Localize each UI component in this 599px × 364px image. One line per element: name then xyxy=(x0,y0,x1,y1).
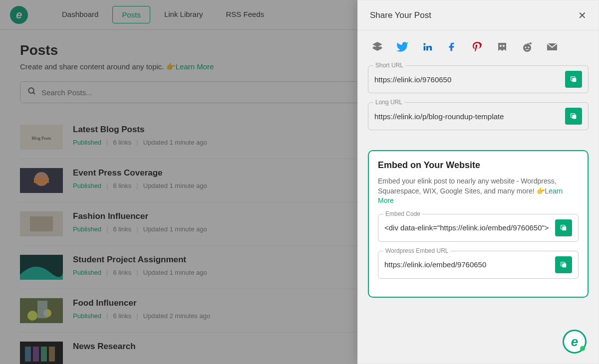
long-url-label: Long URL xyxy=(373,99,404,106)
embed-title: Embed on Your Website xyxy=(378,160,579,171)
svg-rect-30 xyxy=(562,226,566,230)
short-url-value[interactable]: https://elink.io/9760650 xyxy=(374,75,561,84)
svg-point-19 xyxy=(500,45,502,47)
embed-card: Embed on Your Website Embed your elink p… xyxy=(368,150,589,298)
social-share-row xyxy=(368,40,589,53)
short-url-field: Short URL https://elink.io/9760650 xyxy=(368,65,589,93)
copy-long-url-button[interactable] xyxy=(565,108,582,125)
copy-short-url-button[interactable] xyxy=(565,71,582,88)
svg-line-25 xyxy=(527,43,530,44)
share-panel: Share Your Post ✕ Short URL https://elin… xyxy=(357,0,599,364)
embed-description: Embed your elink post to nearly any webs… xyxy=(378,177,579,206)
embed-code-label: Embed Code xyxy=(383,210,422,217)
copy-wordpress-url-button[interactable] xyxy=(555,256,572,273)
copy-embed-code-button[interactable] xyxy=(555,219,572,236)
help-widget[interactable]: e xyxy=(563,330,587,354)
svg-point-21 xyxy=(523,44,531,52)
pinterest-icon[interactable] xyxy=(471,40,484,53)
close-icon[interactable]: ✕ xyxy=(578,9,587,21)
wordpress-url-label: Wordpress Embed URL xyxy=(383,247,451,254)
wordpress-url-field: Wordpress Embed URL https://elink.io/emb… xyxy=(378,251,579,279)
panel-title: Share Your Post xyxy=(370,10,431,20)
wordpress-url-value[interactable]: https://elink.io/embed/9760650 xyxy=(384,260,551,269)
linkedin-icon[interactable] xyxy=(421,40,434,53)
svg-point-20 xyxy=(503,45,505,47)
svg-rect-28 xyxy=(572,115,576,119)
svg-point-23 xyxy=(528,47,530,48)
modal-overlay[interactable] xyxy=(0,0,357,364)
pointer-icon: 👉 xyxy=(537,186,545,196)
email-icon[interactable] xyxy=(546,40,559,53)
twitter-icon[interactable] xyxy=(396,40,409,53)
reddit-icon[interactable] xyxy=(521,40,534,53)
facebook-icon[interactable] xyxy=(446,40,459,53)
buffer-icon[interactable] xyxy=(371,40,384,53)
long-url-field: Long URL https://elink.io/p/blog-roundup… xyxy=(368,102,589,130)
short-url-label: Short URL xyxy=(373,62,405,69)
svg-rect-26 xyxy=(572,78,576,82)
long-url-value[interactable]: https://elink.io/p/blog-roundup-template xyxy=(374,112,561,121)
svg-rect-32 xyxy=(562,263,566,267)
embed-code-field: Embed Code <div data-elink="https://elin… xyxy=(378,214,579,242)
hootsuite-icon[interactable] xyxy=(496,40,509,53)
embed-code-value[interactable]: <div data-elink="https://elink.io/embed/… xyxy=(384,223,551,232)
svg-point-22 xyxy=(525,47,527,48)
